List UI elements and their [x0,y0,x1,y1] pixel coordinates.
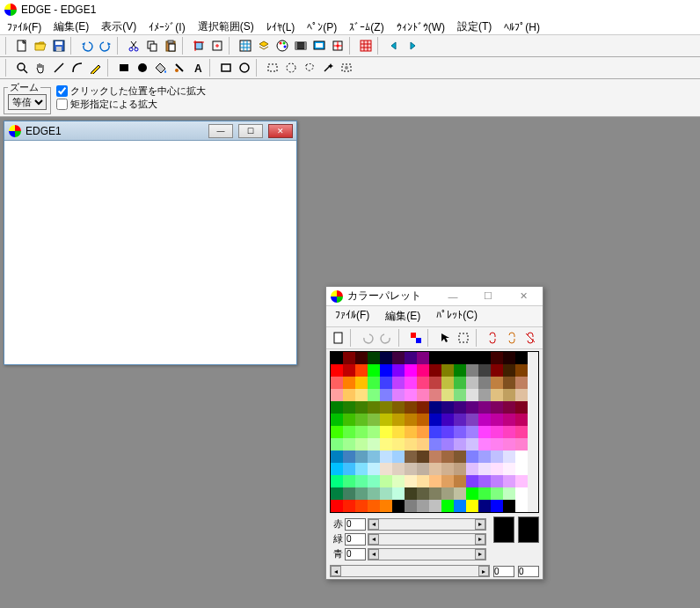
palette-cell[interactable] [405,377,417,389]
palette-cell[interactable] [417,500,429,512]
palette-cell[interactable] [380,451,392,463]
palette-cell[interactable] [355,401,368,414]
palette-cell[interactable] [355,500,368,512]
palette-cell[interactable] [478,401,491,414]
palette-link3-button[interactable] [522,329,539,347]
palette-cell[interactable] [454,364,466,377]
palette-cell[interactable] [503,389,515,401]
palette-num2[interactable] [518,566,539,577]
zoom-rect-checkbox[interactable] [56,99,68,110]
b-slider[interactable]: ◂▸ [368,548,486,560]
palette-cell[interactable] [331,389,343,401]
palette-cell[interactable] [454,463,466,475]
palette-cell[interactable] [392,377,405,389]
palette-cell[interactable] [355,352,368,364]
palette-cell[interactable] [478,364,491,377]
palette-cell[interactable] [405,438,417,451]
document-titlebar[interactable]: EDGE1 — ☐ ✕ [4,121,296,141]
palette-cell[interactable] [417,401,429,414]
g-input[interactable] [345,533,366,546]
palette-cell[interactable] [417,352,429,364]
palette-cell[interactable] [331,352,343,364]
palette-cell[interactable] [331,451,343,463]
palette-cell[interactable] [380,401,392,414]
wand-tool[interactable] [319,59,337,77]
palette-cell[interactable] [429,401,441,414]
palette-cell[interactable] [355,377,368,389]
palette-cell[interactable] [478,451,491,463]
palette-cell[interactable] [491,389,503,401]
palette-cell[interactable] [429,426,441,438]
palette-cell[interactable] [429,438,441,451]
palette-cell[interactable] [429,377,441,389]
marquee-ellipse-tool[interactable] [282,59,300,77]
rect-tool[interactable] [115,59,133,77]
palette-undo-button[interactable] [359,329,376,347]
palette-cell[interactable] [491,463,503,475]
lasso-tool[interactable] [301,59,318,77]
palette-cell[interactable] [331,438,343,451]
palette-cell[interactable] [417,475,429,487]
palette-cell[interactable] [405,352,417,364]
palette-cell[interactable] [405,414,417,426]
palette-cell[interactable] [343,377,355,389]
palette-cell[interactable] [392,451,405,463]
palette-cell[interactable] [355,463,368,475]
palette-cell[interactable] [392,463,405,475]
palette-cell[interactable] [417,364,429,377]
menu-3[interactable]: ｲﾒｰｼﾞ(I) [143,20,190,34]
palette-cell[interactable] [343,438,355,451]
palette-cell[interactable] [405,389,417,401]
palette-cell[interactable] [368,426,380,438]
menu-4[interactable]: 選択範囲(S) [193,18,259,35]
palette-cell[interactable] [368,487,380,500]
palette-cell[interactable] [429,352,441,364]
palette-cell[interactable] [355,451,368,463]
palette-cell[interactable] [515,438,528,451]
palette-cell[interactable] [491,377,503,389]
r-input[interactable] [345,518,366,531]
palette-cell[interactable] [466,377,478,389]
palette-menu-1[interactable]: 編集(E) [380,308,426,325]
palette-cell[interactable] [441,487,454,500]
foreground-color-preview[interactable] [493,516,514,543]
palette-cell[interactable] [491,451,503,463]
palette-cell[interactable] [515,389,528,401]
palette-index-slider[interactable]: ◂▸ [330,565,490,577]
palette-cell[interactable] [478,426,491,438]
b-input[interactable] [345,548,366,560]
palette-cell[interactable] [368,364,380,377]
cut-button[interactable] [125,37,142,55]
palette-cell[interactable] [515,414,528,426]
palette-cell[interactable] [417,414,429,426]
palette-cell[interactable] [331,414,343,426]
palette-cell[interactable] [355,426,368,438]
menu-1[interactable]: 編集(E) [48,18,94,35]
palette-cell[interactable] [429,414,441,426]
palette-cell[interactable] [405,401,417,414]
palette-cell[interactable] [454,377,466,389]
palette-button[interactable] [273,37,291,55]
menu-2[interactable]: 表示(V) [96,18,142,35]
marquee-rect-tool[interactable] [264,59,281,77]
palette-cell[interactable] [380,377,392,389]
palette-cell[interactable] [343,352,355,364]
palette-cell[interactable] [343,451,355,463]
palette-cell[interactable] [405,451,417,463]
palette-cell[interactable] [380,414,392,426]
menu-10[interactable]: ﾍﾙﾌﾟ(H) [499,20,545,34]
palette-cell[interactable] [392,389,405,401]
circle-tool[interactable] [134,59,151,77]
palette-cell[interactable] [343,475,355,487]
palette-cell[interactable] [454,438,466,451]
grid2-button[interactable] [357,37,375,55]
palette-cell[interactable] [368,377,380,389]
palette-cell[interactable] [454,451,466,463]
maximize-button[interactable]: ☐ [238,124,263,138]
palette-arrow-button[interactable] [436,329,453,347]
save-button[interactable] [50,37,68,55]
palette-cell[interactable] [503,487,515,500]
palette-cell[interactable] [392,500,405,512]
palette-cell[interactable] [392,414,405,426]
palette-cell[interactable] [454,487,466,500]
